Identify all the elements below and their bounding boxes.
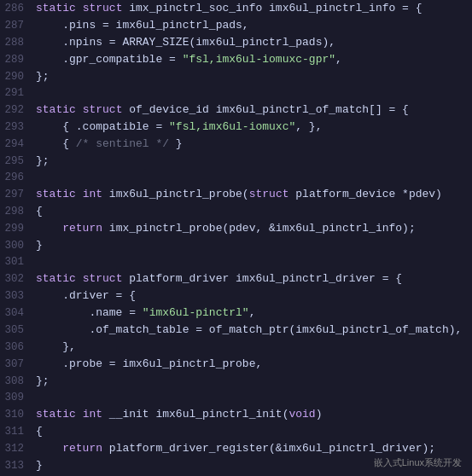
line-number: 303 (0, 288, 36, 305)
line-content: .gpr_compatible = "fsl,imx6ul-iomuxc-gpr… (36, 51, 342, 67)
line-content: { /* sentinel */ } (36, 136, 183, 152)
line-content: return imx_pinctrl_probe(pdev, &imx6ul_p… (36, 220, 416, 236)
line-content: }, (36, 339, 76, 355)
line-content: { (36, 423, 43, 439)
table-row: 294 { /* sentinel */ } (0, 136, 472, 153)
line-number: 305 (0, 322, 36, 339)
line-content: .pins = imx6ul_pinctrl_pads, (36, 17, 249, 33)
table-row: 302static struct platform_driver imx6ul_… (0, 270, 472, 287)
table-row: 291 (0, 85, 472, 102)
line-number: 298 (0, 204, 36, 220)
line-number: 310 (0, 407, 36, 423)
table-row: 296 (0, 170, 472, 186)
table-row: 312 return platform_driver_register(&imx… (0, 440, 472, 457)
line-content: }; (36, 153, 50, 169)
table-row: 286static struct imx_pinctrl_soc_info im… (0, 0, 472, 17)
table-row: 311{ (0, 423, 472, 440)
line-number: 297 (0, 187, 36, 203)
line-number: 295 (0, 154, 36, 170)
table-row: 300} (0, 237, 472, 254)
line-content: .driver = { (36, 287, 136, 304)
code-content: 286static struct imx_pinctrl_soc_info im… (0, 0, 472, 476)
line-number: 304 (0, 305, 36, 322)
line-content: .probe = imx6ul_pinctrl_probe, (36, 356, 262, 372)
table-row: 297static int imx6ul_pinctrl_probe(struc… (0, 186, 472, 203)
line-number: 311 (0, 424, 36, 440)
table-row: 295}; (0, 153, 472, 170)
table-row: 292static struct of_device_id imx6ul_pin… (0, 102, 472, 119)
line-content: .name = "imx6ul-pinctrl", (36, 305, 255, 321)
line-content: static struct of_device_id imx6ul_pinctr… (36, 102, 409, 118)
table-row: 287 .pins = imx6ul_pinctrl_pads, (0, 17, 472, 34)
line-content: static struct platform_driver imx6ul_pin… (36, 270, 402, 287)
line-number: 299 (0, 221, 36, 237)
table-row: 290}; (0, 68, 472, 85)
table-row: 309 (0, 390, 472, 406)
line-number: 308 (0, 374, 36, 390)
line-number: 313 (0, 458, 36, 474)
table-row: 289 .gpr_compatible = "fsl,imx6ul-iomuxc… (0, 51, 472, 68)
line-number: 289 (0, 52, 36, 68)
line-content: static struct imx_pinctrl_soc_info imx6u… (36, 0, 422, 16)
line-number: 288 (0, 35, 36, 51)
line-number: 291 (0, 85, 36, 102)
code-editor: 286static struct imx_pinctrl_soc_info im… (0, 0, 472, 476)
table-row: 307 .probe = imx6ul_pinctrl_probe, (0, 356, 472, 373)
line-content: { .compatible = "fsl,imx6ul-iomuxc", }, (36, 119, 322, 135)
line-number: 292 (0, 102, 36, 119)
line-number: 296 (0, 170, 36, 186)
table-row: 288 .npins = ARRAY_SIZE(imx6ul_pinctrl_p… (0, 34, 472, 51)
line-content: } (36, 237, 43, 253)
line-number: 294 (0, 136, 36, 153)
table-row: 301 (0, 254, 472, 270)
line-number: 309 (0, 390, 36, 406)
line-content: static int imx6ul_pinctrl_probe(struct p… (36, 186, 442, 202)
line-number: 290 (0, 69, 36, 85)
line-content: static int __init imx6ul_pinctrl_init(vo… (36, 406, 323, 422)
line-content: .of_match_table = of_match_ptr(imx6ul_pi… (36, 322, 462, 338)
line-number: 293 (0, 119, 36, 136)
line-content: }; (36, 373, 50, 389)
table-row: 308}; (0, 373, 472, 390)
table-row: 304 .name = "imx6ul-pinctrl", (0, 305, 472, 322)
line-content: { (36, 203, 43, 219)
table-row: 310static int __init imx6ul_pinctrl_init… (0, 406, 472, 423)
table-row: 305 .of_match_table = of_match_ptr(imx6u… (0, 322, 472, 339)
line-content: } (36, 457, 43, 473)
line-content: return platform_driver_register(&imx6ul_… (36, 440, 435, 456)
line-number: 306 (0, 340, 36, 356)
line-number: 307 (0, 357, 36, 373)
watermark-text: 嵌入式Linux系统开发 (374, 456, 462, 469)
line-number: 300 (0, 238, 36, 254)
line-number: 302 (0, 271, 36, 287)
line-number: 301 (0, 254, 36, 270)
table-row: 303 .driver = { (0, 287, 472, 305)
line-number: 286 (0, 1, 36, 17)
table-row: 299 return imx_pinctrl_probe(pdev, &imx6… (0, 220, 472, 237)
line-number: 287 (0, 18, 36, 34)
table-row: 293 { .compatible = "fsl,imx6ul-iomuxc",… (0, 119, 472, 136)
line-number: 312 (0, 441, 36, 457)
table-row: 306 }, (0, 339, 472, 356)
table-row: 298{ (0, 203, 472, 220)
line-content: .npins = ARRAY_SIZE(imx6ul_pinctrl_pads)… (36, 34, 335, 50)
line-content: }; (36, 68, 50, 84)
